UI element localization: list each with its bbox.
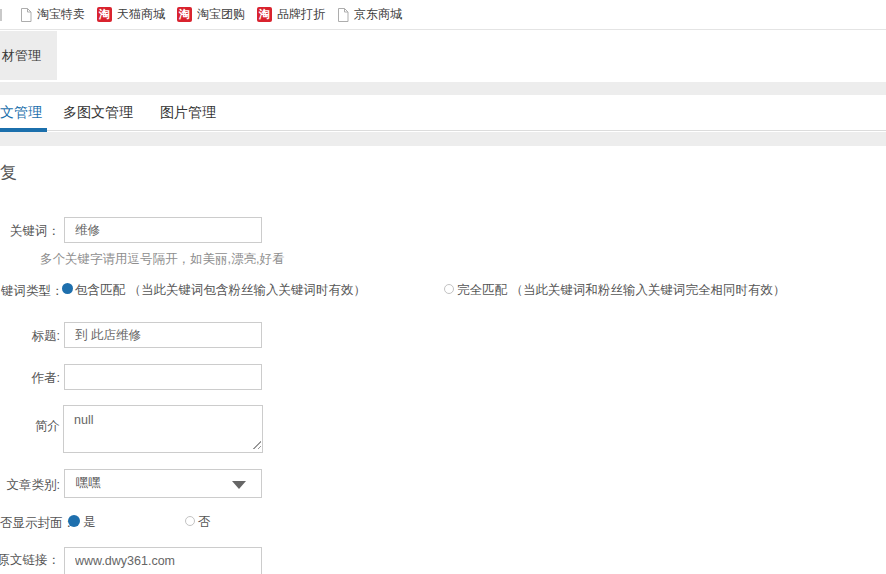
category-select[interactable]: 嘿嘿 bbox=[64, 469, 262, 498]
tab-image-management[interactable]: 图片管理 bbox=[160, 95, 216, 131]
bookmark-label: 天猫商城 bbox=[117, 6, 165, 23]
bookmark-item[interactable]: 京东商城 bbox=[337, 6, 402, 23]
title-input[interactable] bbox=[64, 322, 262, 348]
cover-no-label: 否 bbox=[198, 514, 211, 531]
tab-material-management[interactable]: 材管理 bbox=[0, 31, 57, 80]
bookmark-label: 京东商城 bbox=[354, 6, 402, 23]
bookmark-item[interactable]: 淘宝特卖 bbox=[20, 6, 85, 23]
source-link-input[interactable] bbox=[64, 547, 262, 574]
cover-yes-label: 是 bbox=[83, 514, 96, 531]
bookmark-item[interactable]: 淘 天猫商城 bbox=[97, 6, 165, 23]
tab-label: 图片管理 bbox=[160, 104, 216, 122]
intro-textarea-wrap: null bbox=[63, 405, 263, 453]
resize-handle-icon[interactable] bbox=[252, 440, 261, 449]
taobao-icon: 淘 bbox=[97, 7, 112, 22]
subtab-bar: 文管理 多图文管理 图片管理 bbox=[0, 95, 886, 131]
divider-band bbox=[0, 82, 886, 95]
tab-label: 文管理 bbox=[0, 104, 42, 122]
contain-match-label: 包含匹配 （当此关键词包含粉丝输入关键词时有效） bbox=[75, 282, 366, 299]
intro-label: 简介 bbox=[35, 419, 60, 434]
chevron-down-icon bbox=[232, 481, 246, 489]
title-label: 标题: bbox=[32, 329, 60, 344]
taobao-icon: 淘 bbox=[257, 7, 272, 22]
contain-match-radio[interactable] bbox=[62, 283, 73, 294]
keyword-help-text: 多个关键字请用逗号隔开，如美丽,漂亮,好看 bbox=[40, 251, 284, 268]
window-tab-row: 材管理 bbox=[0, 31, 886, 80]
exact-match-radio[interactable] bbox=[444, 284, 454, 294]
author-label: 作者: bbox=[32, 371, 60, 386]
tab-label: 材管理 bbox=[2, 47, 41, 65]
category-selected-value: 嘿嘿 bbox=[76, 475, 101, 492]
source-link-label: 原文链接： bbox=[0, 553, 60, 568]
taobao-icon: 淘 bbox=[177, 7, 192, 22]
show-cover-label: 否显示封面： bbox=[0, 516, 75, 531]
bookmark-item[interactable]: 淘 品牌打折 bbox=[257, 6, 325, 23]
bookmark-label: 淘宝特卖 bbox=[37, 6, 85, 23]
divider-band bbox=[0, 132, 886, 146]
page-icon bbox=[337, 8, 349, 22]
keyword-type-label: 键词类型： bbox=[1, 284, 64, 299]
keyword-label: 关键词： bbox=[10, 224, 60, 239]
cover-no-radio[interactable] bbox=[185, 516, 195, 526]
category-label: 文章类别: bbox=[7, 478, 60, 493]
tab-multi-article-management[interactable]: 多图文管理 bbox=[63, 95, 133, 131]
keyword-input[interactable] bbox=[64, 217, 262, 243]
exact-match-label: 完全匹配 （当此关键词和粉丝输入关键词完全相同时有效） bbox=[457, 282, 785, 299]
bookmark-label: 淘宝团购 bbox=[197, 6, 245, 23]
bookmark-item[interactable]: 淘 淘宝团购 bbox=[177, 6, 245, 23]
bookmark-label: 品牌打折 bbox=[277, 6, 325, 23]
clipped-bookmark-icon bbox=[0, 9, 2, 21]
page-heading: 复 bbox=[0, 161, 17, 184]
tab-article-management[interactable]: 文管理 bbox=[0, 95, 47, 131]
page-icon bbox=[20, 8, 32, 22]
bookmarks-bar: 淘宝特卖 淘 天猫商城 淘 淘宝团购 淘 品牌打折 京东商城 bbox=[0, 0, 886, 30]
intro-textarea[interactable]: null bbox=[63, 405, 263, 453]
author-input[interactable] bbox=[64, 364, 262, 390]
tab-label: 多图文管理 bbox=[63, 104, 133, 122]
cover-yes-radio[interactable] bbox=[68, 515, 80, 527]
